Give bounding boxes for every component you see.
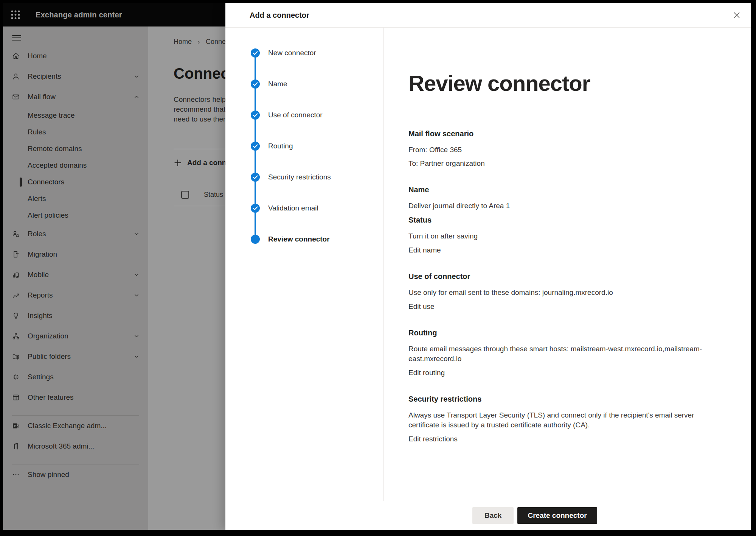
app-window: Exchange admin center Home bbox=[3, 3, 751, 530]
dialog-body: New connector Name Use of connector bbox=[225, 28, 751, 501]
review-section-use-of-connector: Use of connector Use only for email sent… bbox=[408, 271, 711, 312]
review-pane: Review connector Mail flow scenario From… bbox=[384, 28, 726, 501]
review-value: Turn it on after saving bbox=[408, 231, 711, 241]
edit-name-link[interactable]: Edit name bbox=[408, 245, 441, 255]
create-connector-button[interactable]: Create connector bbox=[517, 507, 597, 524]
add-connector-dialog: Add a connector New connector bbox=[225, 3, 751, 530]
review-value: Deliver journal directly to Area 1 bbox=[408, 201, 711, 211]
step-complete-icon bbox=[251, 204, 260, 213]
footer-buttons: Back Create connector bbox=[472, 507, 597, 524]
step-current-icon bbox=[251, 235, 260, 244]
step-security-restrictions: Security restrictions bbox=[251, 173, 331, 182]
close-icon bbox=[733, 11, 741, 19]
wizard-stepper: New connector Name Use of connector bbox=[225, 28, 384, 501]
step-routing: Routing bbox=[251, 142, 293, 151]
dialog-title: Add a connector bbox=[250, 11, 309, 20]
review-value: To: Partner organization bbox=[408, 159, 711, 168]
review-value: Use only for email sent to these domains… bbox=[408, 288, 711, 298]
review-value: Route email messages through these smart… bbox=[408, 344, 711, 364]
close-button[interactable] bbox=[731, 9, 742, 21]
review-section-security-restrictions: Security restrictions Always use Transpo… bbox=[408, 394, 711, 444]
review-section-name: Name Deliver journal directly to Area 1 … bbox=[408, 184, 711, 255]
edit-restrictions-link[interactable]: Edit restrictions bbox=[408, 434, 458, 444]
step-use-of-connector: Use of connector bbox=[251, 111, 323, 120]
screenshot-frame: Exchange admin center Home bbox=[0, 0, 756, 536]
step-complete-icon bbox=[251, 79, 260, 89]
back-button[interactable]: Back bbox=[472, 507, 514, 524]
step-complete-icon bbox=[251, 173, 260, 182]
edit-use-link[interactable]: Edit use bbox=[408, 302, 435, 312]
edit-routing-link[interactable]: Edit routing bbox=[408, 368, 445, 378]
review-value: From: Office 365 bbox=[408, 145, 711, 155]
step-complete-icon bbox=[251, 111, 260, 120]
step-validation-email: Validation email bbox=[251, 204, 318, 213]
dialog-header: Add a connector bbox=[225, 3, 751, 28]
step-review-connector: Review connector bbox=[251, 235, 330, 244]
step-complete-icon bbox=[251, 142, 260, 151]
step-new-connector: New connector bbox=[251, 48, 316, 58]
step-complete-icon bbox=[251, 48, 260, 58]
review-section-routing: Routing Route email messages through the… bbox=[408, 327, 711, 378]
review-heading: Review connector bbox=[408, 70, 711, 97]
review-section-mail-flow-scenario: Mail flow scenario From: Office 365 To: … bbox=[408, 128, 711, 168]
dialog-footer: Back Create connector bbox=[225, 501, 751, 530]
review-subsection-status: Status Turn it on after saving bbox=[408, 215, 711, 241]
review-value: Always use Transport Layer Security (TLS… bbox=[408, 410, 711, 430]
step-name: Name bbox=[251, 79, 287, 89]
